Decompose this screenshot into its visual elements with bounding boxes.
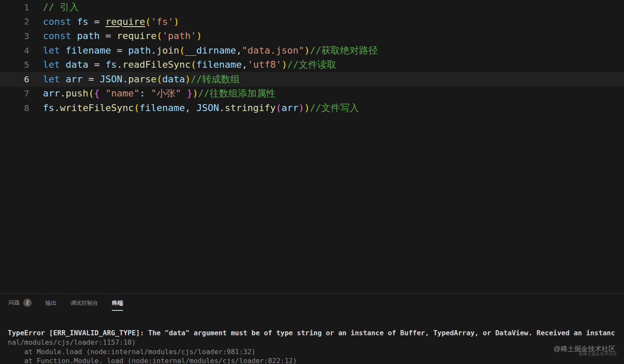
- code-token: [71, 16, 77, 27]
- code-token: [111, 30, 117, 41]
- code-token: //文件读取: [287, 59, 337, 70]
- line-number: 7: [0, 88, 29, 99]
- code-token: ): [196, 30, 202, 41]
- code-line[interactable]: 6let arr = JSON.parse(data)//转成数组: [0, 72, 624, 87]
- code-token: =: [94, 16, 99, 27]
- problems-count-badge: 2: [23, 298, 32, 307]
- code-token: =: [88, 74, 94, 84]
- line-number: 3: [0, 31, 29, 41]
- code-token: [122, 45, 128, 56]
- code-token: [60, 74, 66, 84]
- code-token: //获取绝对路径: [310, 45, 378, 56]
- code-line-text: const path = require('path'): [29, 30, 202, 41]
- code-token: let: [43, 59, 60, 70]
- panel-tab-terminal[interactable]: 终端: [112, 299, 123, 311]
- code-token: [60, 59, 66, 70]
- terminal-line: at Function.Module._load (node:internal/…: [8, 356, 624, 364]
- code-line[interactable]: 4let filename = path.join(__dirname,"dat…: [0, 43, 624, 58]
- terminal-line: nal/modules/cjs/loader:1157:10): [8, 338, 624, 347]
- code-token: const: [43, 30, 71, 41]
- code-token: [181, 88, 187, 99]
- code-token: let: [43, 74, 60, 84]
- code-line[interactable]: 3const path = require('path'): [0, 29, 624, 43]
- code-token: (: [276, 102, 281, 113]
- code-token: const: [43, 16, 71, 27]
- code-token: ): [304, 45, 310, 56]
- code-token: =: [106, 30, 111, 41]
- code-token: .: [117, 59, 122, 70]
- terminal-output[interactable]: TypeError [ERR_INVALID_ARG_TYPE]: The "d…: [0, 311, 624, 364]
- line-number: 5: [0, 60, 29, 70]
- code-token: filename: [139, 102, 185, 113]
- code-token: // 引入: [43, 2, 79, 12]
- code-token: 'utf8': [247, 59, 281, 70]
- code-token: let: [43, 45, 60, 56]
- code-token: push: [66, 88, 88, 99]
- code-token: fs: [43, 102, 54, 113]
- code-line[interactable]: 5let data = fs.readFileSync(filename,'ut…: [0, 57, 624, 72]
- bottom-panel: 问题2输出调试控制台终端 TypeError [ERR_INVALID_ARG_…: [0, 293, 624, 364]
- code-token: .: [60, 88, 66, 99]
- panel-tab-bar: 问题2输出调试控制台终端: [0, 294, 624, 311]
- code-token: [88, 16, 94, 27]
- code-token: .: [54, 102, 60, 113]
- code-token: //文件写入: [310, 102, 359, 113]
- code-line[interactable]: 2const fs = require('fs'): [0, 15, 624, 29]
- code-token: [190, 102, 196, 113]
- code-token: ,: [236, 45, 241, 56]
- code-token: data: [162, 74, 185, 84]
- code-editor[interactable]: 1// 引入2const fs = require('fs')3const pa…: [0, 0, 624, 293]
- watermark-small: @稀土掘金技术社区: [579, 351, 617, 357]
- code-token: }: [187, 88, 192, 99]
- code-line-text: // 引入: [29, 1, 79, 14]
- code-token: path: [128, 45, 151, 56]
- code-token: //转成数组: [190, 74, 240, 84]
- code-token: join: [157, 45, 179, 56]
- code-token: 'fs': [151, 16, 174, 27]
- line-number: 6: [0, 74, 29, 84]
- panel-tab-label: 调试控制台: [70, 299, 98, 307]
- code-token: filename: [66, 45, 111, 56]
- code-token: [99, 16, 105, 27]
- code-token: arr: [281, 102, 298, 113]
- panel-tab-debug-console[interactable]: 调试控制台: [70, 299, 98, 311]
- code-token: ): [304, 102, 310, 113]
- code-token: (: [134, 102, 139, 113]
- panel-tab-label: 问题: [9, 299, 20, 307]
- panel-tab-problems[interactable]: 问题2: [9, 298, 32, 311]
- code-token: ): [298, 102, 304, 113]
- code-token: parse: [128, 74, 157, 84]
- code-token: (: [157, 74, 162, 84]
- code-token: fs: [77, 16, 88, 27]
- code-line[interactable]: 7arr.push({ "name": "小张" })//往数组添加属性: [0, 87, 624, 101]
- code-token: ): [185, 74, 190, 84]
- line-number: 1: [0, 2, 29, 12]
- code-lines-container: 1// 引入2const fs = require('fs')3const pa…: [0, 0, 624, 115]
- code-token: __dirname: [185, 45, 236, 56]
- code-line[interactable]: 1// 引入: [0, 0, 624, 15]
- code-line-text: fs.writeFileSync(filename, JSON.stringif…: [29, 102, 359, 114]
- terminal-line: at Module.load (node:internal/modules/cj…: [8, 347, 624, 357]
- code-token: [94, 74, 99, 84]
- code-token: {: [94, 88, 99, 99]
- code-line-text: arr.push({ "name": "小张" })//往数组添加属性: [29, 87, 275, 100]
- code-token: .: [151, 45, 157, 56]
- code-token: (: [157, 30, 162, 41]
- panel-tab-label: 输出: [45, 299, 57, 307]
- code-token: ): [193, 88, 198, 99]
- code-token: //往数组添加属性: [198, 88, 276, 99]
- code-line[interactable]: 8fs.writeFileSync(filename, JSON.stringi…: [0, 101, 624, 115]
- code-token: [88, 59, 94, 70]
- code-token: [71, 30, 77, 41]
- code-token: .: [122, 74, 128, 84]
- line-number: 4: [0, 45, 29, 56]
- code-token: :: [139, 88, 145, 99]
- code-token: JSON: [100, 74, 123, 84]
- terminal-line: TypeError [ERR_INVALID_ARG_TYPE]: The "d…: [8, 328, 624, 338]
- code-line-text: const fs = require('fs'): [29, 16, 179, 27]
- code-token: data: [66, 59, 88, 70]
- code-token: [99, 88, 105, 99]
- code-token: =: [117, 45, 122, 56]
- code-token: require: [106, 16, 145, 27]
- panel-tab-output[interactable]: 输出: [45, 299, 57, 311]
